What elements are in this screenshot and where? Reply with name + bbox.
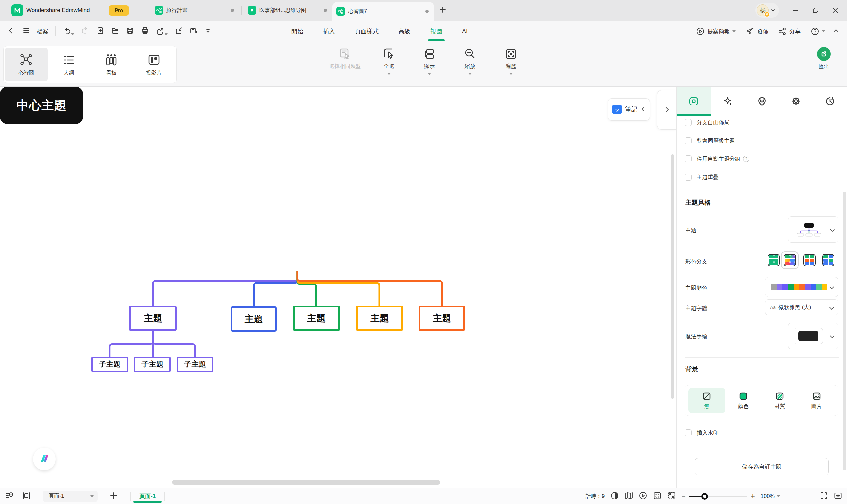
tool-zoom[interactable]: 縮放 — [449, 47, 491, 75]
canvas-vertical-scrollbar[interactable] — [671, 155, 674, 398]
customize-toolbar-button[interactable] — [205, 28, 211, 35]
notes-button[interactable]: 筆記 — [608, 98, 650, 121]
unsaved-dot-icon[interactable] — [324, 8, 327, 12]
zoom-slider-knob[interactable] — [702, 493, 708, 500]
panel-scrollbar[interactable] — [843, 192, 846, 470]
doc-tab-2[interactable]: 医事部组...思维导图 — [244, 0, 332, 20]
export-share-button[interactable] — [156, 28, 168, 35]
checkbox[interactable] — [685, 156, 692, 162]
menu-hamburger-button[interactable] — [22, 27, 30, 36]
zoom-slider-track[interactable] — [689, 496, 747, 497]
panel-tab-style[interactable] — [676, 87, 711, 116]
sub-topic-3[interactable]: 子主題 — [177, 357, 213, 372]
option-topic-overlap[interactable]: 主題重疊 — [685, 168, 839, 186]
panel-tab-history[interactable] — [813, 87, 847, 116]
print-button[interactable] — [141, 27, 149, 36]
publish-button[interactable]: 發佈 — [743, 27, 771, 36]
help-button[interactable] — [808, 27, 828, 36]
share-button[interactable]: 分享 — [776, 27, 803, 36]
unsaved-dot-icon[interactable] — [425, 10, 429, 13]
fit-page-button[interactable] — [653, 491, 662, 501]
unsaved-dot-icon[interactable] — [231, 8, 234, 12]
main-topic-3[interactable]: 主題 — [293, 306, 340, 331]
map-overview-button[interactable] — [625, 491, 633, 501]
tab-insert[interactable]: 插入 — [321, 20, 337, 42]
panel-tab-seal[interactable] — [779, 87, 813, 116]
main-topic-1[interactable]: 主題 — [129, 306, 177, 331]
fit-width-button[interactable] — [834, 491, 842, 501]
panel-tab-stickers[interactable] — [745, 87, 779, 116]
checkbox[interactable] — [685, 429, 692, 436]
undo-dropdown-caret[interactable] — [71, 33, 74, 35]
main-topic-4[interactable]: 主題 — [356, 306, 403, 331]
tool-caret[interactable] — [428, 73, 431, 75]
walkthrough-play-button[interactable] — [639, 491, 647, 501]
main-topic-5[interactable]: 主題 — [419, 306, 465, 331]
tab-view[interactable]: 視圖 — [428, 20, 444, 42]
bg-color-option[interactable]: 顏色 — [725, 388, 762, 413]
watermark-option[interactable]: 插入水印 — [685, 424, 719, 442]
bg-none-option[interactable]: 無 — [689, 388, 725, 413]
close-button[interactable] — [828, 4, 843, 17]
open-file-button[interactable] — [111, 27, 119, 36]
help-icon[interactable]: ? — [743, 156, 749, 162]
tool-select-all[interactable]: 全選 — [367, 47, 411, 75]
main-topic-2[interactable]: 主題 — [231, 306, 277, 332]
bg-texture-option[interactable]: 材質 — [762, 388, 798, 413]
user-account-button[interactable]: 杨 V — [755, 3, 779, 18]
option-disable-auto-grouping[interactable]: 停用自動主題分組 ? — [685, 150, 839, 168]
tool-traverse[interactable]: 遍歷 — [489, 47, 533, 75]
sub-topic-2[interactable]: 子主題 — [134, 357, 171, 372]
branch-color-preset-4[interactable] — [822, 254, 834, 266]
doc-tab-1[interactable]: 旅行計畫 — [151, 0, 239, 20]
option-align-same-level[interactable]: 對齊同層級主題 — [685, 132, 839, 150]
save-as-button[interactable] — [190, 27, 197, 36]
tool-display[interactable]: 顯示 — [408, 47, 451, 75]
panel-tab-ai-beautify[interactable] — [711, 87, 745, 116]
collapse-ribbon-button[interactable] — [832, 27, 840, 36]
save-custom-theme-button[interactable]: 儲存為自訂主題 — [695, 458, 829, 475]
fullscreen-button[interactable] — [819, 491, 828, 501]
page-select-dropdown[interactable]: 頁面-1 — [43, 491, 98, 502]
theme-font-dropdown[interactable]: Aa 微软雅黑 (大) — [765, 299, 839, 315]
panel-collapse-button[interactable] — [657, 90, 676, 130]
mindmap-canvas[interactable]: 中心主題 主題 主題 主題 主題 主題 子主題 子主題 子主題 — [0, 87, 676, 488]
tool-caret[interactable] — [468, 73, 472, 75]
theme-color-dropdown[interactable] — [765, 277, 839, 297]
tab-start[interactable]: 開始 — [289, 20, 305, 42]
new-document-button[interactable] — [96, 27, 104, 36]
mode-mindmap[interactable]: 心智圖 — [5, 48, 48, 82]
timer-pie-button[interactable] — [610, 491, 619, 501]
export-button[interactable]: 匯出 — [810, 47, 837, 70]
add-page-button[interactable] — [109, 491, 118, 501]
checkbox[interactable] — [685, 137, 692, 144]
theme-preview-dropdown[interactable] — [788, 216, 839, 243]
zoom-level-dropdown[interactable]: 100% — [761, 493, 780, 499]
maximize-button[interactable] — [808, 4, 823, 17]
tool-caret[interactable] — [387, 73, 391, 75]
bg-image-option[interactable]: 圖片 — [798, 388, 835, 413]
undo-button[interactable] — [63, 28, 74, 35]
checkbox[interactable] — [685, 174, 692, 181]
page-tab-active[interactable]: 頁面-1 — [131, 488, 164, 504]
tab-ai[interactable]: AI — [460, 20, 470, 42]
sub-topic-1[interactable]: 子主題 — [91, 357, 128, 372]
tab-advanced[interactable]: 高級 — [397, 20, 412, 42]
new-tab-button[interactable] — [438, 6, 447, 15]
option-free-branch-layout[interactable]: 分支自由佈局 — [685, 113, 839, 132]
branch-color-preset-1[interactable] — [767, 254, 780, 266]
export-dropdown-caret[interactable] — [165, 33, 168, 35]
zoom-out-button[interactable]: − — [681, 493, 686, 500]
save-button[interactable] — [126, 27, 134, 36]
mode-outline[interactable]: 大綱 — [48, 48, 90, 82]
checkbox[interactable] — [685, 119, 692, 126]
mode-kanban[interactable]: 看板 — [90, 48, 133, 82]
import-button[interactable] — [175, 27, 183, 36]
tab-page-style[interactable]: 頁面樣式 — [353, 20, 381, 42]
mode-slides[interactable]: 投影片 — [133, 48, 175, 82]
focus-frame-button[interactable] — [22, 491, 31, 502]
magic-hand-drawn-dropdown[interactable] — [788, 323, 839, 349]
doc-tab-3-active[interactable]: 心智圖7 — [332, 2, 434, 20]
redo-button[interactable] — [82, 27, 89, 36]
expand-canvas-button[interactable] — [667, 491, 676, 501]
